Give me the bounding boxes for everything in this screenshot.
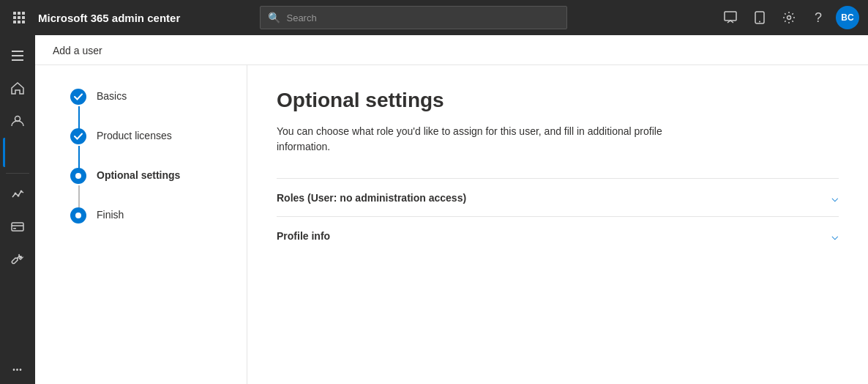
search-icon: 🔍 [268,12,280,23]
roles-accordion-header[interactable]: Roles (User: no administration access) ⌵ [277,191,839,204]
left-sidebar: ••• [0,35,35,384]
main-content-panel: Optional settings You can choose what ro… [247,65,868,384]
step-label-finish: Finish [97,207,124,221]
topbar-right-actions: ? BC [719,6,859,29]
svg-point-3 [787,16,790,20]
roles-section: Roles (User: no administration access) ⌵ [277,178,839,216]
help-icon[interactable]: ? [807,6,830,29]
svg-point-9 [18,194,20,196]
svg-rect-4 [12,51,23,52]
svg-rect-6 [12,59,23,61]
page-title: Optional settings [277,89,839,112]
step-basics: Basics [70,83,247,111]
settings-icon[interactable] [777,6,801,29]
search-bar: 🔍 [260,6,567,29]
step-optional-settings: Optional settings [70,162,247,190]
sidebar-divider [6,173,29,174]
sidebar-analytics[interactable] [3,180,32,209]
svg-point-8 [15,192,17,194]
step-label-basics: Basics [97,89,127,102]
roles-accordion-title: Roles (User: no administration access) [277,192,466,204]
step-label-optional: Optional settings [97,168,180,181]
sidebar-home[interactable] [3,73,32,103]
step-product-licenses: Product licenses [70,122,247,150]
page-description: You can choose what role you'd like to a… [277,124,716,155]
sidebar-active-indicator[interactable] [3,138,32,167]
step-circle-optional [70,168,86,184]
mobile-icon[interactable] [748,6,771,29]
avatar[interactable]: BC [836,6,859,29]
breadcrumb: Add a user [53,45,102,56]
inner-layout: Basics Product licenses [35,65,868,384]
profile-info-accordion-header[interactable]: Profile info ⌵ [277,229,839,243]
profile-info-accordion-title: Profile info [277,230,330,242]
topbar: Microsoft 365 admin center 🔍 ? BC [0,0,868,35]
steps-panel: Basics Product licenses [35,65,247,384]
app-title: Microsoft 365 admin center [38,12,180,24]
step-circle-licenses [70,128,86,144]
sidebar-tools[interactable] [3,244,32,273]
sidebar-users[interactable] [3,106,32,135]
svg-point-2 [759,21,760,23]
step-finish: Finish [70,202,247,229]
sidebar-billing[interactable] [3,212,32,241]
feedback-icon[interactable] [719,6,742,29]
sidebar-more[interactable]: ••• [3,355,32,384]
step-label-licenses: Product licenses [97,128,172,141]
svg-rect-0 [725,12,736,21]
svg-rect-12 [13,228,16,229]
breadcrumb-bar: Add a user [35,35,868,65]
profile-info-chevron-icon: ⌵ [831,229,839,243]
sidebar-hamburger[interactable] [3,41,32,70]
main-layout: ••• Add a user Basics [0,35,868,384]
content-area: Add a user Basics [35,35,868,384]
svg-point-10 [20,190,23,192]
search-input[interactable] [286,12,559,23]
svg-rect-11 [12,223,23,231]
roles-chevron-icon: ⌵ [831,191,839,204]
profile-info-section: Profile info ⌵ [277,216,839,254]
svg-rect-5 [12,55,23,56]
step-circle-finish [70,207,86,224]
step-circle-basics [70,89,86,105]
waffle-icon[interactable] [9,7,29,28]
